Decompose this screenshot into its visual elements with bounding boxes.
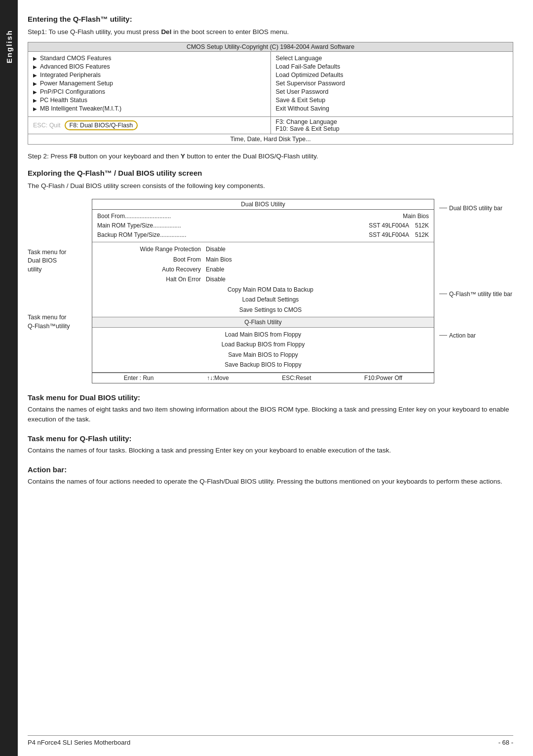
section-task-qflash: Task menu for Q-Flash utility: Contains … [28, 434, 513, 455]
label-group-qflash: Task menu for Q-Flash™utility [28, 313, 92, 331]
dbu-row-main-rom: Main ROM Type/Size................. SST … [97, 221, 429, 230]
dbu-row-backup-rom: Backup ROM Type/Size................ SST… [97, 230, 429, 240]
diagram-labels-left: Task menu for Dual BIOS utility Task men… [28, 199, 92, 361]
footer-left: P4 nForce4 SLI Series Motherboard [28, 739, 130, 746]
section3-body: Contains the names of eight tasks and tw… [28, 405, 513, 425]
diagram-section: Task menu for Dual BIOS utility Task men… [28, 199, 513, 383]
footer-right: - 68 - [498, 739, 513, 746]
bios-right-item: Exit Without Saving [276, 105, 508, 112]
section1-heading: Entering the Q-Flash™ utility: [28, 15, 513, 23]
label-task-qflash: Task menu for [28, 313, 92, 322]
bios-menu-item: ▶PC Health Status [33, 97, 266, 104]
bios-menu-item: ▶MB Intelligent Tweaker(M.I.T.) [33, 105, 266, 112]
label-task-dual3: utility [28, 265, 92, 274]
section-action-bar: Action bar: Contains the names of four a… [28, 465, 513, 487]
dbu-action-bar: Enter : Run ↑↓:Move ESC:Reset F10:Power … [92, 373, 434, 383]
dbu-load-defaults: Load Default Settings [112, 295, 429, 304]
section2-heading: Exploring the Q-Flash™ / Dual BIOS utili… [28, 169, 513, 177]
section-exploring-qflash: Exploring the Q-Flash™ / Dual BIOS utili… [28, 169, 513, 383]
bios-bottom-right-item: F3: Change Language [276, 118, 508, 125]
section3-heading: Task menu for Dual BIOS utility: [28, 393, 513, 402]
section2-body: The Q-Flash / Dual BIOS utility screen c… [28, 181, 513, 191]
arrow-icon: ▶ [33, 106, 37, 112]
label-task-dual: Task menu for [28, 248, 92, 257]
bios-right-item: Load Fail-Safe Defaults [276, 63, 508, 70]
dbu-boot-from: Boot From Main Bios [112, 255, 429, 265]
dbu-copy-main: Copy Main ROM Data to Backup [112, 285, 429, 295]
right-label-dual-bios-bar: Dual BIOS utility bar [449, 205, 502, 212]
section-entering-qflash: Entering the Q-Flash™ utility: Step1: To… [28, 15, 513, 162]
bios-bottom-right: F3: Change Language F10: Save & Exit Set… [271, 117, 513, 134]
section4-heading: Task menu for Q-Flash utility: [28, 434, 513, 443]
section4-body: Contains the names of four tasks. Blocki… [28, 446, 513, 455]
label-task-dual2: Dual BIOS [28, 257, 92, 265]
bios-right-item: Set Supervisor Password [276, 80, 508, 87]
esc-quit-label: ESC: Quit [33, 122, 61, 129]
dbu-wide-range: Wide Range Protection Disable [112, 244, 429, 254]
page-footer: P4 nForce4 SLI Series Motherboard - 68 - [28, 735, 513, 746]
bios-bottom-bar: ESC: Quit F8: Dual BIOS/Q-Flash F3: Chan… [28, 116, 513, 134]
f8-highlight: F8: Dual BIOS/Q-Flash [65, 120, 138, 130]
bios-right-item: Save & Exit Setup [276, 97, 508, 104]
bios-menu-item: ▶Integrated Peripherals [33, 72, 266, 78]
section1-step1: Step1: To use Q-Flash utility, you must … [28, 27, 513, 37]
bios-menu-item: ▶PnP/PCI Configurations [33, 88, 266, 95]
diagram-wrapper: Task menu for Dual BIOS utility Task men… [28, 199, 513, 383]
action-f10: F10:Power Off [364, 375, 402, 381]
diagram-labels-right: Dual BIOS utility bar Q-Flash™ utility t… [434, 199, 513, 339]
bios-left-menu: ▶Standard CMOS Features ▶Advanced BIOS F… [28, 52, 271, 116]
bios-right-item: Load Optimized Defaults [276, 72, 508, 78]
dual-bios-utility: Dual BIOS Utility Boot From.............… [92, 199, 434, 383]
dbu-rom-info: Boot From............................ Ma… [92, 210, 434, 243]
bios-bottom-left: ESC: Quit F8: Dual BIOS/Q-Flash [28, 117, 271, 134]
bios-menu-item: ▶Advanced BIOS Features [33, 63, 266, 70]
dbu-save-main-floppy: Save Main BIOS to Floppy [97, 350, 429, 360]
label-task-qflash2: Q-Flash™utility [28, 322, 92, 331]
bios-menu-item: ▶Power Management Setup [33, 80, 266, 87]
right-label-qflash-title: Q-Flash™ utility title bar [449, 291, 512, 298]
dbu-save-backup-floppy: Save Backup BIOS to Floppy [97, 360, 429, 370]
section-task-dual-bios: Task menu for Dual BIOS utility: Contain… [28, 393, 513, 425]
bios-screenshot-box: CMOS Setup Utility-Copyright (C) 1984-20… [28, 42, 513, 145]
arrow-icon: ▶ [33, 81, 37, 86]
dbu-auto-recovery: Auto Recovery Enable [112, 265, 429, 274]
dbu-row-boot: Boot From............................ Ma… [97, 212, 429, 221]
bios-right-item: Set User Password [276, 88, 508, 95]
action-esc: ESC:Reset [282, 375, 311, 381]
section1-step2: Step 2: Press F8 button on your keyboard… [28, 151, 513, 161]
arrow-icon: ▶ [33, 64, 37, 70]
bios-bottom-right-item: F10: Save & Exit Setup [276, 125, 508, 132]
bios-title-bar: CMOS Setup Utility-Copyright (C) 1984-20… [28, 42, 513, 52]
section5-body: Contains the names of four actions neede… [28, 477, 513, 487]
bios-content: ▶Standard CMOS Features ▶Advanced BIOS F… [28, 52, 513, 116]
arrow-icon: ▶ [33, 98, 37, 103]
action-enter: Enter : Run [124, 375, 154, 381]
dbu-load-main-floppy: Load Main BIOS from Floppy [97, 330, 429, 340]
bios-menu-item: ▶Standard CMOS Features [33, 55, 266, 62]
bios-right-menu: Select Language Load Fail-Safe Defaults … [271, 52, 513, 116]
side-tab-label: English [5, 30, 13, 63]
label-group-dual-bios: Task menu for Dual BIOS utility [28, 248, 92, 274]
bios-footer: Time, Date, Hard Disk Type... [28, 134, 513, 144]
dbu-load-backup-floppy: Load Backup BIOS from Floppy [97, 340, 429, 349]
dbu-save-settings: Save Settings to CMOS [112, 305, 429, 315]
arrow-icon: ▶ [33, 56, 37, 61]
dbu-qflash-tasks: Load Main BIOS from Floppy Load Backup B… [92, 328, 434, 373]
dbu-halt-on-error: Halt On Error Disable [112, 274, 429, 284]
side-tab: English [0, 0, 18, 756]
dbu-title: Dual BIOS Utility [92, 199, 434, 210]
dual-bios-box: Dual BIOS Utility Boot From.............… [92, 199, 434, 383]
right-label-action-bar: Action bar [449, 332, 476, 339]
arrow-icon: ▶ [33, 89, 37, 95]
section5-heading: Action bar: [28, 465, 513, 474]
bios-right-item: Select Language [276, 55, 508, 62]
arrow-icon: ▶ [33, 73, 37, 78]
dbu-qflash-title: Q-Flash Utility [92, 317, 434, 328]
dbu-task-menu: Wide Range Protection Disable Boot From … [92, 242, 434, 317]
action-move: ↑↓:Move [207, 375, 229, 381]
